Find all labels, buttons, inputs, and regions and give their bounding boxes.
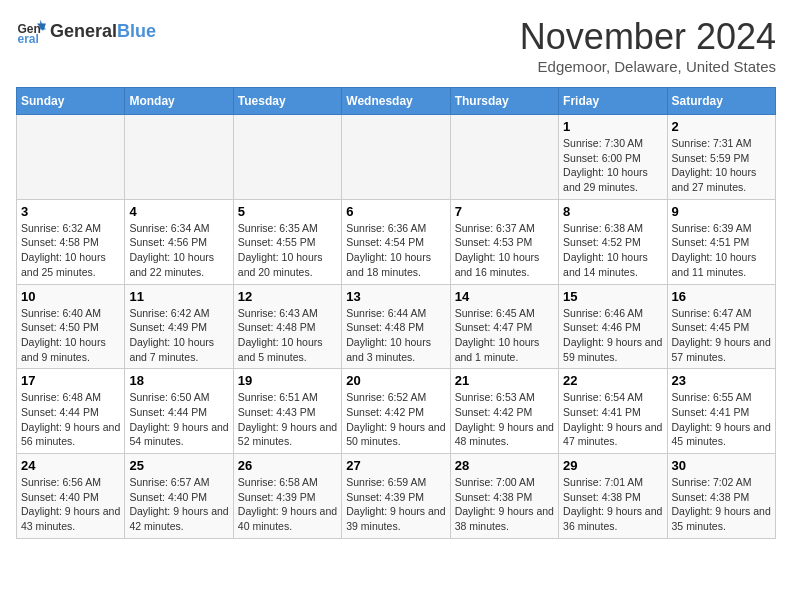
day-header-monday: Monday [125, 88, 233, 115]
calendar-cell: 16Sunrise: 6:47 AM Sunset: 4:45 PM Dayli… [667, 284, 775, 369]
day-number: 11 [129, 289, 228, 304]
day-info: Sunrise: 6:34 AM Sunset: 4:56 PM Dayligh… [129, 221, 228, 280]
day-header-sunday: Sunday [17, 88, 125, 115]
calendar-cell: 18Sunrise: 6:50 AM Sunset: 4:44 PM Dayli… [125, 369, 233, 454]
day-number: 25 [129, 458, 228, 473]
day-number: 18 [129, 373, 228, 388]
day-info: Sunrise: 6:56 AM Sunset: 4:40 PM Dayligh… [21, 475, 120, 534]
calendar-cell: 19Sunrise: 6:51 AM Sunset: 4:43 PM Dayli… [233, 369, 341, 454]
calendar-cell: 12Sunrise: 6:43 AM Sunset: 4:48 PM Dayli… [233, 284, 341, 369]
title-area: November 2024 Edgemoor, Delaware, United… [520, 16, 776, 75]
calendar-cell: 3Sunrise: 6:32 AM Sunset: 4:58 PM Daylig… [17, 199, 125, 284]
calendar-week-row: 3Sunrise: 6:32 AM Sunset: 4:58 PM Daylig… [17, 199, 776, 284]
calendar-cell: 25Sunrise: 6:57 AM Sunset: 4:40 PM Dayli… [125, 454, 233, 539]
day-info: Sunrise: 6:44 AM Sunset: 4:48 PM Dayligh… [346, 306, 445, 365]
calendar-week-row: 10Sunrise: 6:40 AM Sunset: 4:50 PM Dayli… [17, 284, 776, 369]
day-header-thursday: Thursday [450, 88, 558, 115]
day-number: 2 [672, 119, 771, 134]
day-info: Sunrise: 6:57 AM Sunset: 4:40 PM Dayligh… [129, 475, 228, 534]
day-info: Sunrise: 6:38 AM Sunset: 4:52 PM Dayligh… [563, 221, 662, 280]
day-number: 28 [455, 458, 554, 473]
logo: Gen eral GeneralBlue [16, 16, 156, 46]
calendar-cell: 1Sunrise: 7:30 AM Sunset: 6:00 PM Daylig… [559, 115, 667, 200]
day-header-wednesday: Wednesday [342, 88, 450, 115]
calendar-cell [233, 115, 341, 200]
day-header-tuesday: Tuesday [233, 88, 341, 115]
day-info: Sunrise: 7:02 AM Sunset: 4:38 PM Dayligh… [672, 475, 771, 534]
day-number: 10 [21, 289, 120, 304]
calendar-cell: 6Sunrise: 6:36 AM Sunset: 4:54 PM Daylig… [342, 199, 450, 284]
day-number: 8 [563, 204, 662, 219]
calendar-cell: 30Sunrise: 7:02 AM Sunset: 4:38 PM Dayli… [667, 454, 775, 539]
day-info: Sunrise: 6:54 AM Sunset: 4:41 PM Dayligh… [563, 390, 662, 449]
calendar-cell: 5Sunrise: 6:35 AM Sunset: 4:55 PM Daylig… [233, 199, 341, 284]
day-number: 15 [563, 289, 662, 304]
day-number: 6 [346, 204, 445, 219]
day-number: 20 [346, 373, 445, 388]
day-number: 13 [346, 289, 445, 304]
day-info: Sunrise: 6:36 AM Sunset: 4:54 PM Dayligh… [346, 221, 445, 280]
day-number: 16 [672, 289, 771, 304]
day-header-friday: Friday [559, 88, 667, 115]
day-number: 21 [455, 373, 554, 388]
calendar-cell: 29Sunrise: 7:01 AM Sunset: 4:38 PM Dayli… [559, 454, 667, 539]
day-number: 5 [238, 204, 337, 219]
day-info: Sunrise: 6:32 AM Sunset: 4:58 PM Dayligh… [21, 221, 120, 280]
day-number: 23 [672, 373, 771, 388]
day-info: Sunrise: 7:01 AM Sunset: 4:38 PM Dayligh… [563, 475, 662, 534]
calendar-cell: 22Sunrise: 6:54 AM Sunset: 4:41 PM Dayli… [559, 369, 667, 454]
day-info: Sunrise: 6:40 AM Sunset: 4:50 PM Dayligh… [21, 306, 120, 365]
day-number: 26 [238, 458, 337, 473]
day-number: 30 [672, 458, 771, 473]
day-number: 24 [21, 458, 120, 473]
calendar-cell [125, 115, 233, 200]
day-info: Sunrise: 6:37 AM Sunset: 4:53 PM Dayligh… [455, 221, 554, 280]
day-info: Sunrise: 6:52 AM Sunset: 4:42 PM Dayligh… [346, 390, 445, 449]
day-number: 12 [238, 289, 337, 304]
calendar-cell: 15Sunrise: 6:46 AM Sunset: 4:46 PM Dayli… [559, 284, 667, 369]
calendar-cell: 13Sunrise: 6:44 AM Sunset: 4:48 PM Dayli… [342, 284, 450, 369]
location-title: Edgemoor, Delaware, United States [520, 58, 776, 75]
day-header-saturday: Saturday [667, 88, 775, 115]
day-info: Sunrise: 7:30 AM Sunset: 6:00 PM Dayligh… [563, 136, 662, 195]
calendar-cell: 7Sunrise: 6:37 AM Sunset: 4:53 PM Daylig… [450, 199, 558, 284]
header: Gen eral GeneralBlue November 2024 Edgem… [16, 16, 776, 75]
calendar-cell: 11Sunrise: 6:42 AM Sunset: 4:49 PM Dayli… [125, 284, 233, 369]
calendar-cell: 24Sunrise: 6:56 AM Sunset: 4:40 PM Dayli… [17, 454, 125, 539]
day-number: 9 [672, 204, 771, 219]
logo-icon: Gen eral [16, 16, 46, 46]
day-info: Sunrise: 6:58 AM Sunset: 4:39 PM Dayligh… [238, 475, 337, 534]
day-number: 1 [563, 119, 662, 134]
calendar-cell: 2Sunrise: 7:31 AM Sunset: 5:59 PM Daylig… [667, 115, 775, 200]
day-info: Sunrise: 6:35 AM Sunset: 4:55 PM Dayligh… [238, 221, 337, 280]
calendar-cell [17, 115, 125, 200]
day-number: 3 [21, 204, 120, 219]
day-info: Sunrise: 6:39 AM Sunset: 4:51 PM Dayligh… [672, 221, 771, 280]
calendar-cell: 17Sunrise: 6:48 AM Sunset: 4:44 PM Dayli… [17, 369, 125, 454]
day-info: Sunrise: 6:59 AM Sunset: 4:39 PM Dayligh… [346, 475, 445, 534]
calendar-cell: 14Sunrise: 6:45 AM Sunset: 4:47 PM Dayli… [450, 284, 558, 369]
day-info: Sunrise: 6:55 AM Sunset: 4:41 PM Dayligh… [672, 390, 771, 449]
day-info: Sunrise: 6:42 AM Sunset: 4:49 PM Dayligh… [129, 306, 228, 365]
calendar-cell: 9Sunrise: 6:39 AM Sunset: 4:51 PM Daylig… [667, 199, 775, 284]
day-info: Sunrise: 6:53 AM Sunset: 4:42 PM Dayligh… [455, 390, 554, 449]
day-number: 27 [346, 458, 445, 473]
day-info: Sunrise: 6:45 AM Sunset: 4:47 PM Dayligh… [455, 306, 554, 365]
day-info: Sunrise: 6:50 AM Sunset: 4:44 PM Dayligh… [129, 390, 228, 449]
svg-text:eral: eral [18, 32, 39, 46]
calendar-cell: 28Sunrise: 7:00 AM Sunset: 4:38 PM Dayli… [450, 454, 558, 539]
day-info: Sunrise: 6:43 AM Sunset: 4:48 PM Dayligh… [238, 306, 337, 365]
day-number: 19 [238, 373, 337, 388]
day-info: Sunrise: 6:46 AM Sunset: 4:46 PM Dayligh… [563, 306, 662, 365]
day-info: Sunrise: 6:48 AM Sunset: 4:44 PM Dayligh… [21, 390, 120, 449]
calendar-table: SundayMondayTuesdayWednesdayThursdayFrid… [16, 87, 776, 539]
day-info: Sunrise: 7:00 AM Sunset: 4:38 PM Dayligh… [455, 475, 554, 534]
calendar-week-row: 1Sunrise: 7:30 AM Sunset: 6:00 PM Daylig… [17, 115, 776, 200]
day-info: Sunrise: 6:47 AM Sunset: 4:45 PM Dayligh… [672, 306, 771, 365]
calendar-cell: 8Sunrise: 6:38 AM Sunset: 4:52 PM Daylig… [559, 199, 667, 284]
calendar-cell: 10Sunrise: 6:40 AM Sunset: 4:50 PM Dayli… [17, 284, 125, 369]
calendar-cell: 26Sunrise: 6:58 AM Sunset: 4:39 PM Dayli… [233, 454, 341, 539]
day-info: Sunrise: 6:51 AM Sunset: 4:43 PM Dayligh… [238, 390, 337, 449]
day-number: 17 [21, 373, 120, 388]
day-number: 22 [563, 373, 662, 388]
